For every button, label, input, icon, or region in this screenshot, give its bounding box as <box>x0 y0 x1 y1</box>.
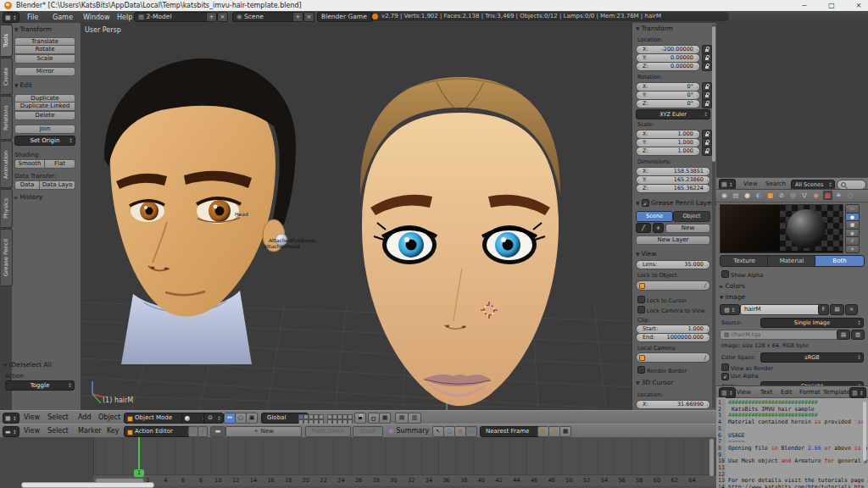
cursor-3d-panel-header[interactable]: 3D Cursor <box>636 379 673 386</box>
display-mode-dropdown[interactable]: All Scenes↕ <box>791 180 835 190</box>
gp-draw-mode-dropdown[interactable]: ╱ <box>636 223 651 233</box>
editor-type-selector[interactable]: ▬ ↕ <box>3 426 19 437</box>
scale-z-field[interactable]: ‹Z:1.000› <box>636 147 700 156</box>
text-menu-view[interactable]: View <box>737 389 751 396</box>
view-as-render-checkbox[interactable] <box>721 363 729 371</box>
viewport-3d[interactable]: User Persp (1) hairM Head AttachedEyeBro… <box>81 23 632 410</box>
current-frame-label[interactable]: 1 <box>134 469 144 477</box>
snap-magnet-button[interactable]: Ω <box>368 413 380 424</box>
close-button[interactable]: × <box>849 1 868 10</box>
particles-tab[interactable]: ✳ <box>834 191 843 200</box>
text-menu-format[interactable]: Format <box>799 389 821 396</box>
transform-panel-header[interactable]: Transform <box>636 25 673 32</box>
filter-icon-1[interactable]: ▭ <box>465 426 477 437</box>
source-dropdown[interactable]: Single Image↕ <box>760 318 864 328</box>
preview-texture-button[interactable]: Texture <box>720 255 769 267</box>
image-datablock-icon[interactable]: ▨ ↕ <box>720 304 740 315</box>
channel-scrollbar[interactable] <box>21 482 154 488</box>
pivot-point-dropdown[interactable]: ⊙↕ <box>203 413 224 424</box>
material-tab[interactable]: ◉ <box>811 191 821 200</box>
use-alpha-checkbox[interactable] <box>721 373 729 380</box>
preview-hair-button[interactable]: ⫻ <box>845 236 860 246</box>
female-head-object[interactable] <box>360 77 560 406</box>
frame-ruler[interactable]: -202468101214161820222426283032343638404… <box>93 474 716 485</box>
editor-type-selector[interactable]: ▦ ↕ <box>3 413 19 424</box>
minimize-button[interactable]: ─ <box>795 1 814 10</box>
colorspace-dropdown[interactable]: sRGB↕ <box>760 352 864 363</box>
view-as-render-row[interactable]: View as Render <box>721 363 773 372</box>
menu-file[interactable]: File <box>27 14 38 21</box>
lock-camera-checkbox[interactable] <box>637 306 645 313</box>
lock-to-scene-button[interactable] <box>354 413 366 424</box>
filepath-field[interactable]: ▨ //hairM.tga <box>720 330 842 340</box>
lock-object-field[interactable]: ∕ <box>636 280 710 291</box>
join-button[interactable]: Join <box>14 125 75 134</box>
unlink-button[interactable]: × <box>845 304 858 315</box>
texture-tab[interactable]: ▩ <box>823 191 832 200</box>
copy-keyframes-icon[interactable]: ▤ <box>537 426 549 437</box>
scene-selector[interactable]: ◉ Scene <box>232 12 297 22</box>
duplicate-linked-button[interactable]: Duplicate Linked <box>14 102 75 111</box>
new-action-button[interactable]: + New <box>225 426 302 437</box>
lock-to-cursor-row[interactable]: Lock to Cursor <box>637 296 687 304</box>
dopesheet-menu-view[interactable]: View <box>24 427 40 435</box>
add-scene-button[interactable]: + <box>292 12 303 22</box>
history-panel-header[interactable]: History <box>14 193 42 201</box>
outliner-search-menu[interactable]: Search <box>765 180 786 187</box>
clip-end-field[interactable]: ‹End:1000000.000› <box>636 333 710 342</box>
shelf-tab-physics[interactable]: Physics <box>1 189 13 228</box>
shelf-tab-tools[interactable]: Tools <box>1 25 13 57</box>
eyedropper-icon[interactable]: ∕ <box>704 354 706 361</box>
use-alpha-row[interactable]: Use Alpha <box>721 373 759 380</box>
gp-add-button[interactable]: + <box>653 223 664 233</box>
pack-button[interactable]: ▥ <box>851 330 865 340</box>
mute-filter-icon[interactable]: ⊘ <box>454 426 466 437</box>
set-origin-dropdown[interactable]: Set Origin↕ <box>14 136 75 146</box>
dopesheet-menu-marker[interactable]: Marker <box>78 427 102 435</box>
dopesheet-menu-select[interactable]: Select <box>47 427 69 435</box>
paste-flipped-icon[interactable]: ▦ <box>559 426 571 437</box>
engine-selector[interactable]: Blender Game <box>317 12 373 22</box>
object-data-tab[interactable]: ▽ <box>800 191 810 200</box>
show-alpha-checkbox[interactable] <box>721 270 729 278</box>
lock-camera-row[interactable]: Lock Camera to View <box>637 306 705 314</box>
menu-window[interactable]: Window <box>83 14 110 21</box>
fake-user-button[interactable]: F <box>818 304 829 315</box>
gp-new-button[interactable]: New <box>665 224 710 233</box>
edit-panel-header[interactable]: Edit <box>14 81 32 89</box>
gp-object-tab[interactable]: Object <box>673 211 710 222</box>
gp-scene-tab[interactable]: Scene <box>636 211 673 222</box>
rotate-button[interactable]: Rotate <box>14 45 75 54</box>
manipulator-translate-button[interactable]: ↔ <box>224 413 236 424</box>
action-datablock-icon[interactable]: ▬ <box>210 426 225 437</box>
image-panel-header[interactable]: Image <box>720 293 745 301</box>
location-z-field[interactable]: ‹Z:0.00000› <box>636 62 700 71</box>
rotation-mode-dropdown[interactable]: XYZ Euler↕ <box>636 109 710 119</box>
dimensions-z-field[interactable]: ‹Z:165.36224› <box>636 184 710 193</box>
view-panel-header[interactable]: View <box>636 250 656 258</box>
text-editor-body[interactable]: ########################### KatsBits IMV… <box>716 397 868 488</box>
local-camera-field[interactable]: ∕ <box>636 352 710 363</box>
scene-tab[interactable]: ● <box>743 191 752 200</box>
dopesheet-vscrollbar[interactable] <box>709 439 714 476</box>
mouse-select-icon[interactable]: ↖ <box>432 426 444 437</box>
add-layout-button[interactable]: + <box>206 12 217 22</box>
delete-scene-button[interactable]: × <box>303 12 314 22</box>
ghost-curves-icon[interactable]: ◌ <box>443 426 455 437</box>
screen-layout-selector[interactable]: ▦ 2-Model <box>134 12 210 22</box>
smooth-button[interactable]: Smooth <box>14 159 45 169</box>
mirror-button[interactable]: Mirror <box>14 67 75 76</box>
eyedropper-icon[interactable]: ∕ <box>704 282 706 289</box>
data-button[interactable]: Data <box>14 180 40 190</box>
menu-help[interactable]: Help <box>117 14 132 21</box>
shelf-tab-grease-pencil[interactable]: Grease Pencil <box>1 229 13 286</box>
physics-tab[interactable]: ◌ <box>846 191 855 200</box>
male-head-object[interactable] <box>104 58 296 364</box>
outliner-view-menu[interactable]: View <box>743 180 758 187</box>
colors-panel-header[interactable]: Colors <box>720 282 745 290</box>
stash-button[interactable]: Stash <box>353 426 383 437</box>
grease-pencil-checkbox[interactable] <box>642 199 649 207</box>
open-image-button[interactable]: ▤ <box>830 304 844 315</box>
preview-cube-button[interactable]: ■ <box>845 220 860 230</box>
constraints-tab[interactable]: ⊘ <box>777 191 787 200</box>
